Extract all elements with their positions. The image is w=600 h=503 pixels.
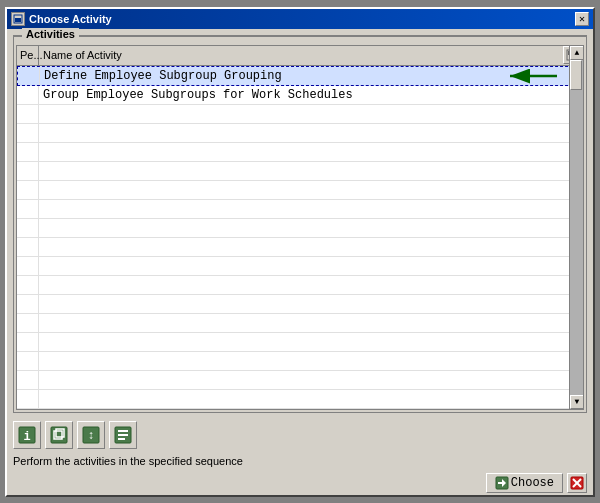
cell-pe	[17, 390, 39, 408]
cell-pe	[17, 105, 39, 123]
scroll-thumb[interactable]	[570, 66, 582, 90]
cell-pe	[17, 257, 39, 275]
table-row[interactable]: Group Employee Subgroups for Work Schedu…	[17, 86, 583, 105]
table-row[interactable]: Define Employee Subgroup Grouping	[17, 66, 583, 86]
cell-pe	[17, 124, 39, 142]
cell-name	[39, 398, 583, 400]
cancel-button[interactable]	[567, 473, 587, 493]
cell-name	[39, 170, 583, 172]
cell-pe	[17, 200, 39, 218]
cell-name	[39, 379, 583, 381]
cell-name	[39, 113, 583, 115]
status-text: Perform the activities in the specified …	[13, 453, 587, 469]
activities-group: Activities Pe... Name of Activity	[13, 35, 587, 413]
table-row[interactable]	[17, 200, 583, 219]
activity-table: Pe... Name of Activity Define Employee S…	[16, 45, 584, 410]
table-row[interactable]	[17, 352, 583, 371]
table-row[interactable]	[17, 295, 583, 314]
table-row[interactable]	[17, 124, 583, 143]
table-row[interactable]	[17, 105, 583, 124]
cell-name	[39, 132, 583, 134]
table-rows: Define Employee Subgroup GroupingGroup E…	[17, 66, 583, 409]
table-body-area: Define Employee Subgroup GroupingGroup E…	[17, 66, 583, 409]
svg-rect-15	[118, 434, 128, 436]
action-buttons: Choose	[486, 473, 587, 493]
info-button[interactable]: i	[13, 421, 41, 449]
bottom-action-bar: Choose	[13, 469, 587, 495]
cell-name	[39, 246, 583, 248]
vertical-scrollbar[interactable]: ▲ ▼	[569, 66, 583, 409]
group-label: Activities	[22, 28, 79, 40]
copy-button[interactable]	[45, 421, 73, 449]
title-bar: Choose Activity ✕	[7, 9, 593, 29]
cell-name	[39, 303, 583, 305]
choose-button[interactable]: Choose	[486, 473, 563, 493]
cell-name	[39, 151, 583, 153]
cell-pe	[17, 219, 39, 237]
dialog-window: Choose Activity ✕ Activities Pe... Name …	[5, 7, 595, 497]
col-header-pe: Pe...	[17, 46, 39, 65]
table-header: Pe... Name of Activity	[17, 46, 583, 66]
notes-button[interactable]	[109, 421, 137, 449]
cell-name	[39, 360, 583, 362]
table-row[interactable]	[17, 181, 583, 200]
table-row[interactable]	[17, 238, 583, 257]
table-row[interactable]	[17, 162, 583, 181]
cell-pe	[17, 333, 39, 351]
cell-pe	[17, 181, 39, 199]
table-row[interactable]	[17, 371, 583, 390]
cell-pe	[17, 314, 39, 332]
cell-name	[39, 341, 583, 343]
expand-button[interactable]: ↕	[77, 421, 105, 449]
cell-name	[39, 322, 583, 324]
cell-name	[39, 208, 583, 210]
bottom-toolbar: i ↕	[13, 417, 587, 453]
svg-text:i: i	[23, 430, 30, 444]
cell-name	[39, 284, 583, 286]
scroll-track[interactable]	[570, 66, 583, 395]
table-row[interactable]	[17, 257, 583, 276]
window-title: Choose Activity	[29, 13, 112, 25]
dialog-body: Activities Pe... Name of Activity	[7, 29, 593, 495]
cell-pe	[17, 295, 39, 313]
svg-text:↕: ↕	[87, 429, 94, 443]
close-button[interactable]: ✕	[575, 12, 589, 26]
choose-label: Choose	[511, 476, 554, 490]
cell-name	[39, 227, 583, 229]
cell-name	[39, 265, 583, 267]
cell-pe	[17, 86, 39, 104]
table-row[interactable]	[17, 143, 583, 162]
table-row[interactable]	[17, 276, 583, 295]
window-icon	[11, 12, 25, 26]
table-row[interactable]	[17, 333, 583, 352]
cell-name: Define Employee Subgroup Grouping	[40, 68, 582, 84]
cell-pe	[17, 352, 39, 370]
svg-rect-1	[15, 18, 21, 22]
cell-name	[39, 189, 583, 191]
cell-name: Group Employee Subgroups for Work Schedu…	[39, 87, 583, 103]
svg-rect-16	[118, 438, 125, 440]
cell-pe	[17, 371, 39, 389]
table-row[interactable]	[17, 390, 583, 409]
title-bar-left: Choose Activity	[11, 12, 112, 26]
cell-pe	[17, 143, 39, 161]
cell-pe	[18, 67, 40, 85]
cell-pe	[17, 276, 39, 294]
table-row[interactable]	[17, 314, 583, 333]
cell-pe	[17, 162, 39, 180]
choose-icon	[495, 476, 509, 490]
col-header-name: Name of Activity	[39, 47, 563, 63]
table-row[interactable]	[17, 219, 583, 238]
scroll-down-button[interactable]: ▼	[570, 395, 583, 409]
cell-pe	[17, 238, 39, 256]
svg-rect-14	[118, 430, 128, 432]
